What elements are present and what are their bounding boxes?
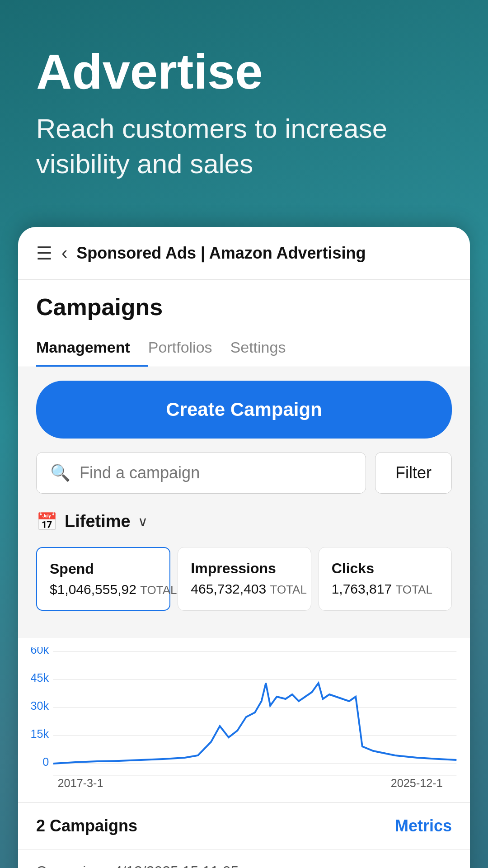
search-box: 🔍 [36,452,366,494]
campaign-row-preview[interactable]: Campaign · 4/13/2025 15:11:05 [18,849,470,868]
campaigns-count: 2 Campaigns [36,816,137,835]
metrics-link[interactable]: Metrics [395,816,452,835]
back-icon[interactable]: ‹ [61,243,67,263]
search-input[interactable] [80,463,352,482]
lifetime-label: Lifetime [65,512,131,531]
svg-text:45k: 45k [31,671,49,684]
lifetime-row[interactable]: 📅 Lifetime ∨ [36,507,452,536]
stat-total-impressions: TOTAL [270,583,307,596]
stat-label-impressions: Impressions [191,560,298,577]
stats-row: Spend $1,046,555,92 TOTAL Impressions 46… [36,547,452,611]
filter-button[interactable]: Filter [375,452,452,494]
stat-card-clicks[interactable]: Clicks 1,763,817 TOTAL [319,547,452,611]
svg-text:60k: 60k [31,647,49,656]
calendar-icon: 📅 [36,512,57,532]
tab-settings[interactable]: Settings [230,330,304,367]
stat-total-clicks: TOTAL [395,583,432,596]
stat-label-spend: Spend [50,561,157,577]
svg-text:15k: 15k [31,727,49,740]
stat-value-spend: $1,046,555,92 TOTAL [50,582,157,597]
page-header: Campaigns Management Portfolios Settings [18,280,470,367]
search-icon: 🔍 [50,463,70,482]
stat-card-spend[interactable]: Spend $1,046,555,92 TOTAL [36,547,170,611]
hamburger-icon[interactable]: ☰ [36,243,52,264]
hero-section: Advertise Reach customers to increase vi… [0,0,488,209]
stat-card-impressions[interactable]: Impressions 465,732,403 TOTAL [178,547,311,611]
search-filter-row: 🔍 Filter [36,452,452,494]
page-title: Campaigns [36,293,452,321]
stat-total-spend: TOTAL [140,583,177,597]
main-content: Create Campaign 🔍 Filter 📅 Lifetime ∨ Sp… [18,367,470,638]
hero-subtitle: Reach customers to increase visibility a… [36,111,452,182]
tab-management[interactable]: Management [36,330,148,367]
svg-text:2025-12-1: 2025-12-1 [391,776,443,789]
stat-value-impressions: 465,732,403 TOTAL [191,581,298,597]
chevron-down-icon: ∨ [138,514,148,529]
hero-title: Advertise [36,45,452,98]
app-bar-title: Sponsored Ads | Amazon Advertising [76,244,452,263]
stat-label-clicks: Clicks [332,560,439,577]
bottom-bar: 2 Campaigns Metrics [18,802,470,849]
svg-text:0: 0 [42,755,49,768]
svg-text:30k: 30k [31,699,49,712]
svg-text:2017-3-1: 2017-3-1 [58,776,103,789]
campaign-row-text: Campaign · 4/13/2025 15:11:05 [36,863,239,868]
chart-area: 60k 45k 30k 15k 0 2017-3-1 2025-12-1 [18,638,470,802]
card-container: ☰ ‹ Sponsored Ads | Amazon Advertising C… [18,227,470,868]
tab-bar: Management Portfolios Settings [36,330,452,367]
create-campaign-button[interactable]: Create Campaign [36,381,452,439]
tab-portfolios[interactable]: Portfolios [148,330,230,367]
chart-svg: 60k 45k 30k 15k 0 2017-3-1 2025-12-1 [23,647,461,792]
app-bar: ☰ ‹ Sponsored Ads | Amazon Advertising [18,227,470,280]
stat-value-clicks: 1,763,817 TOTAL [332,581,439,597]
